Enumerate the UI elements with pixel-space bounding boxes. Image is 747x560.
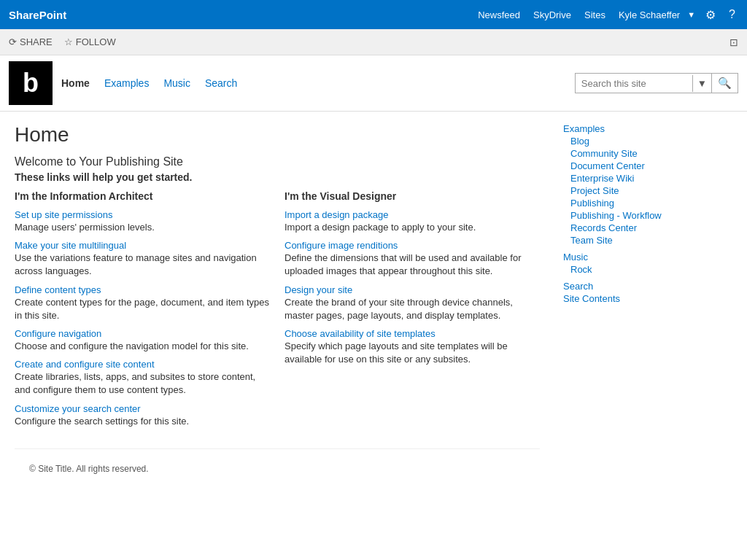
ia-desc-3: Create content types for the page, docum… <box>15 296 270 322</box>
ia-column-header: I'm the Information Architect <box>15 190 270 202</box>
app-title: SharePoint <box>9 9 66 21</box>
logo-letter: b <box>23 68 39 98</box>
nav-search[interactable]: Search <box>205 77 237 89</box>
sidebar-examples-label[interactable]: Examples <box>563 123 706 134</box>
ia-link-2[interactable]: Make your site multilingual <box>15 240 270 251</box>
share-label: SHARE <box>20 36 53 47</box>
footer-text: © Site Title. All rights reserved. <box>29 464 149 474</box>
vd-desc-2: Define the dimensions that will be used … <box>285 252 540 278</box>
search-submit-button[interactable]: 🔍 <box>711 74 738 93</box>
main-layout: Home Welcome to Your Publishing Site The… <box>0 112 747 500</box>
skydrive-link[interactable]: SkyDrive <box>533 9 571 20</box>
search-input[interactable] <box>576 75 692 92</box>
welcome-subtitle: These links will help you get started. <box>15 171 540 183</box>
vd-desc-1: Import a design package to apply to your… <box>285 221 540 234</box>
expand-icon[interactable]: ⊡ <box>729 36 738 48</box>
two-column-section: I'm the Information Architect Set up sit… <box>15 190 540 434</box>
search-box: ▼ 🔍 <box>575 73 738 93</box>
sidebar-team-site-link[interactable]: Team Site <box>563 235 706 246</box>
top-nav-links: Newsfeed SkyDrive Sites <box>478 9 605 20</box>
ia-desc-1: Manage users' permission levels. <box>15 221 270 234</box>
search-dropdown-button[interactable]: ▼ <box>692 75 711 92</box>
ia-desc-2: Use the variations feature to manage sit… <box>15 252 270 278</box>
vd-link-1[interactable]: Import a design package <box>285 209 540 220</box>
sidebar-records-center-link[interactable]: Records Center <box>563 222 706 233</box>
ia-link-1[interactable]: Set up site permissions <box>15 209 270 220</box>
action-bar: ⟳ SHARE ☆ FOLLOW ⊡ <box>0 29 747 55</box>
sidebar-enterprise-wiki-link[interactable]: Enterprise Wiki <box>563 173 706 184</box>
ia-link-4[interactable]: Configure navigation <box>15 328 270 339</box>
sidebar-rock-link[interactable]: Rock <box>563 264 706 275</box>
sidebar-site-contents-link[interactable]: Site Contents <box>563 293 706 304</box>
vd-link-2[interactable]: Configure image renditions <box>285 240 540 251</box>
follow-link[interactable]: ☆ FOLLOW <box>64 36 116 47</box>
sidebar-publishing-workflow-link[interactable]: Publishing - Workflow <box>563 210 706 221</box>
site-header: b Home Examples Music Search ▼ 🔍 <box>0 55 747 112</box>
sidebar-project-site-link[interactable]: Project Site <box>563 185 706 196</box>
top-navigation-bar: SharePoint Newsfeed SkyDrive Sites Kyle … <box>0 0 747 29</box>
sidebar: Examples Blog Community Site Document Ce… <box>554 112 715 500</box>
welcome-heading: Welcome to Your Publishing Site <box>15 155 540 168</box>
ia-link-3[interactable]: Define content types <box>15 284 270 295</box>
sidebar-publishing-link[interactable]: Publishing <box>563 198 706 209</box>
help-icon[interactable]: ? <box>726 7 738 23</box>
vd-column-header: I'm the Visual Designer <box>285 190 540 202</box>
ia-column: I'm the Information Architect Set up sit… <box>15 190 277 434</box>
content-area: Home Welcome to Your Publishing Site The… <box>0 112 554 500</box>
nav-examples[interactable]: Examples <box>104 77 149 89</box>
sidebar-music-label[interactable]: Music <box>563 252 706 262</box>
sidebar-search-link[interactable]: Search <box>563 281 706 292</box>
follow-label: FOLLOW <box>76 36 116 47</box>
user-area: Kyle Schaeffer ▼ ⚙ ? <box>619 7 738 23</box>
site-navigation: Home Examples Music Search <box>61 77 575 89</box>
ia-desc-4: Choose and configure the navigation mode… <box>15 340 270 353</box>
nav-music[interactable]: Music <box>163 77 190 89</box>
ia-desc-5: Create libraries, lists, apps, and subsi… <box>15 370 270 397</box>
footer: © Site Title. All rights reserved. <box>15 448 540 489</box>
vd-link-4[interactable]: Choose availability of site templates <box>285 328 540 339</box>
vd-column: I'm the Visual Designer Import a design … <box>277 190 540 434</box>
ia-link-6[interactable]: Customize your search center <box>15 403 270 414</box>
nav-home[interactable]: Home <box>61 77 90 89</box>
star-icon: ☆ <box>64 36 73 47</box>
sidebar-document-center-link[interactable]: Document Center <box>563 160 706 171</box>
site-logo: b <box>9 61 53 105</box>
vd-desc-4: Specify which page layouts and site temp… <box>285 340 540 366</box>
ia-link-5[interactable]: Create and configure site content <box>15 359 270 370</box>
settings-icon[interactable]: ⚙ <box>703 7 719 23</box>
sidebar-community-site-link[interactable]: Community Site <box>563 148 706 159</box>
vd-desc-3: Create the brand of your site through de… <box>285 296 540 322</box>
share-link[interactable]: ⟳ SHARE <box>9 36 53 47</box>
sidebar-blog-link[interactable]: Blog <box>563 136 706 147</box>
search-area: ▼ 🔍 <box>575 73 738 93</box>
newsfeed-link[interactable]: Newsfeed <box>478 9 520 20</box>
page-title: Home <box>15 123 540 147</box>
sites-link[interactable]: Sites <box>584 9 605 20</box>
user-dropdown-icon[interactable]: ▼ <box>687 10 695 19</box>
share-icon: ⟳ <box>9 36 17 47</box>
vd-link-3[interactable]: Design your site <box>285 284 540 295</box>
user-name[interactable]: Kyle Schaeffer <box>619 9 680 20</box>
ia-desc-6: Configure the search settings for this s… <box>15 415 270 428</box>
